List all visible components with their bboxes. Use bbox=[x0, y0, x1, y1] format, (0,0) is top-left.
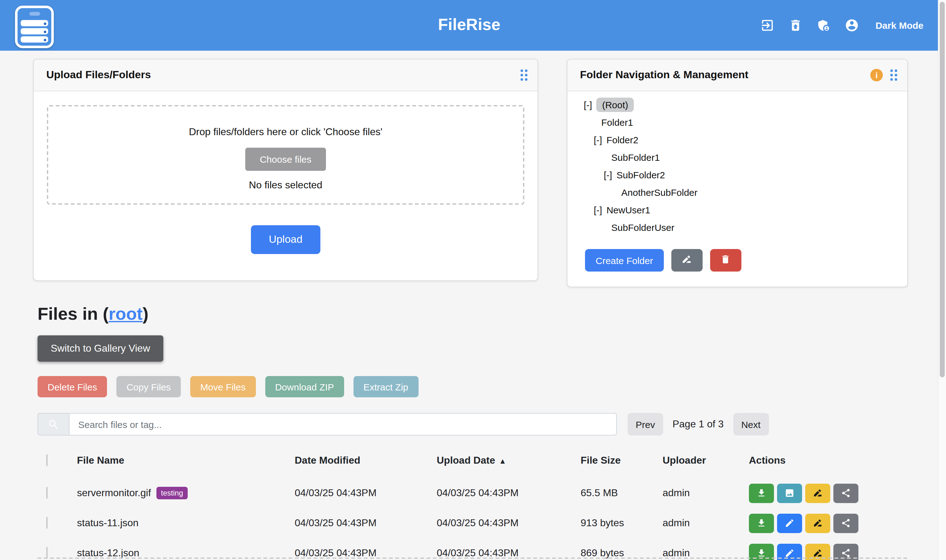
restore-trash-icon[interactable] bbox=[789, 18, 803, 32]
tree-toggle[interactable]: [-] bbox=[594, 204, 602, 215]
table-row: servermonitor.giftesting04/03/25 04:43PM… bbox=[37, 478, 907, 508]
preview-button[interactable] bbox=[777, 483, 802, 503]
column-header-file-name[interactable]: File Name bbox=[77, 455, 295, 466]
info-icon[interactable]: i bbox=[870, 69, 883, 82]
tree-label[interactable]: AnotherSubFolder bbox=[621, 187, 698, 197]
row-checkbox[interactable] bbox=[46, 547, 48, 559]
table-row: status-12.json04/03/25 04:43PM04/03/25 0… bbox=[37, 538, 907, 560]
choose-files-button[interactable]: Choose files bbox=[245, 148, 326, 171]
search-icon bbox=[37, 413, 69, 435]
delete-folder-button[interactable] bbox=[710, 249, 741, 272]
download-icon bbox=[757, 488, 766, 498]
tree-item-newuser1[interactable]: [-]NewUser1 bbox=[568, 201, 907, 218]
search-input[interactable] bbox=[69, 413, 617, 435]
download-button[interactable] bbox=[749, 513, 774, 533]
tree-item-subfolder2[interactable]: [-]SubFolder2 bbox=[568, 166, 907, 183]
share-button[interactable] bbox=[834, 483, 858, 503]
rename-icon bbox=[813, 548, 823, 558]
rename-icon bbox=[681, 254, 692, 266]
upload-card: Upload Files/Folders Drop files/folders … bbox=[33, 59, 538, 281]
table-header: File NameDate ModifiedUpload Date▲File S… bbox=[37, 451, 907, 471]
next-page-button[interactable]: Next bbox=[733, 413, 769, 435]
share-button[interactable] bbox=[834, 513, 858, 533]
extract-zip-button[interactable]: Extract Zip bbox=[354, 376, 418, 397]
edit-icon bbox=[784, 518, 795, 528]
scrollbar-track[interactable] bbox=[938, 0, 946, 560]
upload-date: 04/03/25 04:43PM bbox=[437, 488, 581, 499]
delete-files-button[interactable]: Delete Files bbox=[37, 376, 107, 397]
upload-date: 04/03/25 04:43PM bbox=[437, 548, 581, 559]
tree-label[interactable]: NewUser1 bbox=[606, 204, 651, 215]
tree-label[interactable]: Folder2 bbox=[606, 134, 638, 145]
logout-icon[interactable] bbox=[760, 18, 775, 32]
file-name[interactable]: status-11.json bbox=[77, 517, 138, 529]
create-folder-button[interactable]: Create Folder bbox=[585, 249, 663, 272]
edit-button[interactable] bbox=[777, 513, 802, 533]
download-zip-button[interactable]: Download ZIP bbox=[265, 376, 344, 397]
file-name[interactable]: servermonitor.gif bbox=[77, 488, 151, 499]
tree-item-subfolder1[interactable]: SubFolder1 bbox=[568, 148, 907, 166]
row-checkbox[interactable] bbox=[46, 517, 48, 529]
tree-toggle[interactable]: [-] bbox=[594, 134, 602, 145]
column-header-date-modified[interactable]: Date Modified bbox=[295, 455, 437, 466]
upload-button[interactable]: Upload bbox=[251, 225, 321, 254]
move-files-button[interactable]: Move Files bbox=[190, 376, 255, 397]
account-icon[interactable] bbox=[845, 18, 859, 32]
column-header-upload-date[interactable]: Upload Date▲ bbox=[437, 455, 581, 466]
scrollbar-thumb[interactable] bbox=[940, 2, 945, 377]
download-icon bbox=[757, 548, 766, 558]
table-body: servermonitor.giftesting04/03/25 04:43PM… bbox=[37, 478, 907, 560]
tree-label[interactable]: Folder1 bbox=[601, 117, 633, 127]
column-header-actions: Actions bbox=[749, 455, 907, 466]
upload-date: 04/03/25 04:43PM bbox=[437, 517, 581, 529]
tree-toggle[interactable]: [-] bbox=[604, 169, 612, 180]
tree-label[interactable]: SubFolderUser bbox=[611, 222, 674, 232]
table-row: status-11.json04/03/25 04:43PM04/03/25 0… bbox=[37, 508, 907, 538]
drag-handle-icon[interactable] bbox=[521, 69, 528, 81]
row-actions bbox=[749, 513, 907, 533]
tree-toggle[interactable]: [-] bbox=[584, 99, 592, 110]
column-header-uploader[interactable]: Uploader bbox=[663, 455, 749, 466]
select-all-checkbox[interactable] bbox=[46, 454, 48, 466]
prev-page-button[interactable]: Prev bbox=[628, 413, 663, 435]
preview-icon bbox=[784, 488, 795, 498]
files-heading: Files in (root) bbox=[37, 304, 149, 324]
file-size: 913 bytes bbox=[581, 517, 663, 529]
heading-suffix: ) bbox=[143, 304, 149, 323]
file-name[interactable]: status-12.json bbox=[77, 548, 139, 559]
date-modified: 04/03/25 04:43PM bbox=[295, 548, 437, 559]
rename-button[interactable] bbox=[805, 513, 830, 533]
rename-icon bbox=[813, 488, 823, 498]
share-icon bbox=[841, 518, 851, 528]
column-header-file-size[interactable]: File Size bbox=[581, 455, 663, 466]
folder-nav-card: Folder Navigation & Management i [-](Roo… bbox=[567, 59, 908, 287]
date-modified: 04/03/25 04:43PM bbox=[295, 488, 437, 499]
tree-label[interactable]: SubFolder2 bbox=[617, 169, 665, 180]
rename-folder-button[interactable] bbox=[671, 249, 702, 272]
tree-item-anothersubfolder[interactable]: AnotherSubFolder bbox=[568, 183, 907, 201]
edit-icon bbox=[784, 548, 795, 558]
uploader: admin bbox=[663, 548, 749, 559]
rename-button[interactable] bbox=[805, 483, 830, 503]
file-size: 869 bytes bbox=[581, 548, 663, 559]
folder-card-header: Folder Navigation & Management i bbox=[568, 60, 907, 91]
dark-mode-toggle[interactable]: Dark Mode bbox=[875, 20, 923, 31]
admin-shield-icon[interactable] bbox=[817, 18, 831, 32]
tree-label[interactable]: (Root) bbox=[597, 97, 634, 112]
gallery-view-button[interactable]: Switch to Gallery View bbox=[37, 335, 163, 362]
download-icon bbox=[757, 518, 766, 528]
row-checkbox[interactable] bbox=[46, 487, 48, 499]
uploader: admin bbox=[663, 488, 749, 499]
tree-item-folder2[interactable]: [-]Folder2 bbox=[568, 131, 907, 148]
root-link[interactable]: root bbox=[109, 304, 143, 323]
copy-files-button[interactable]: Copy Files bbox=[116, 376, 181, 397]
download-button[interactable] bbox=[749, 483, 774, 503]
drag-handle-icon[interactable] bbox=[890, 69, 897, 81]
tree-item-root[interactable]: [-](Root) bbox=[568, 96, 907, 113]
upload-card-header: Upload Files/Folders bbox=[34, 60, 537, 91]
upload-dropzone[interactable]: Drop files/folders here or click 'Choose… bbox=[47, 105, 524, 205]
tree-label[interactable]: SubFolder1 bbox=[611, 152, 660, 162]
uploader: admin bbox=[663, 517, 749, 529]
tree-item-subfolderuser[interactable]: SubFolderUser bbox=[568, 218, 907, 236]
tree-item-folder1[interactable]: Folder1 bbox=[568, 113, 907, 131]
